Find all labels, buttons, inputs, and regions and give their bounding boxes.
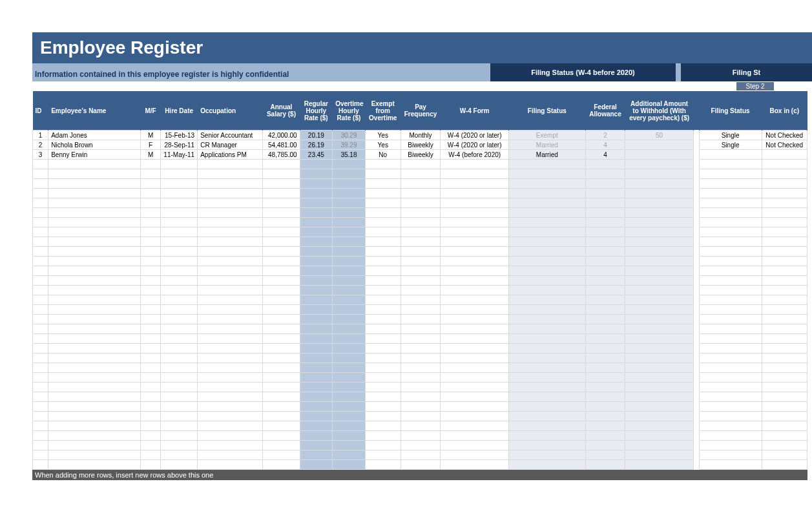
cell[interactable] [441,315,509,324]
cell[interactable] [141,227,161,237]
cell[interactable] [300,257,333,266]
cell[interactable] [300,460,333,470]
cell[interactable] [762,189,807,198]
cell[interactable] [160,237,197,247]
cell[interactable] [33,276,48,286]
cell[interactable] [333,402,366,412]
cell[interactable] [365,392,401,402]
cell[interactable] [48,276,141,286]
cell[interactable] [263,160,300,169]
cell[interactable]: Yes [365,131,401,140]
cell[interactable] [141,218,161,227]
cell[interactable] [333,169,366,179]
cell[interactable]: 39.29 [333,140,366,150]
cell[interactable] [365,169,401,179]
cell[interactable] [33,179,48,189]
cell[interactable] [333,237,366,247]
cell[interactable] [33,383,48,392]
cell[interactable] [333,247,366,257]
cell[interactable] [441,412,509,421]
cell[interactable] [33,421,48,431]
cell[interactable] [762,344,807,353]
cell[interactable] [198,257,263,266]
cell[interactable] [625,441,694,450]
cell[interactable] [160,460,197,470]
cell[interactable] [48,315,141,324]
cell[interactable] [333,421,366,431]
cell[interactable] [441,189,509,198]
cell[interactable] [762,441,807,450]
cell[interactable] [508,198,585,208]
cell[interactable] [333,295,366,305]
cell[interactable] [699,324,762,334]
cell[interactable] [141,383,161,392]
cell[interactable]: 28-Sep-11 [160,140,197,150]
cell[interactable] [441,218,509,227]
cell[interactable] [263,276,300,286]
cell[interactable] [300,373,333,383]
cell[interactable] [625,392,694,402]
cell[interactable] [441,450,509,460]
cell[interactable] [508,392,585,402]
cell[interactable] [585,353,625,363]
cell[interactable] [365,402,401,412]
cell[interactable] [48,431,141,441]
cell[interactable] [141,198,161,208]
cell[interactable] [401,160,441,169]
cell[interactable]: 20.19 [300,131,333,140]
cell[interactable] [699,392,762,402]
cell[interactable] [625,227,694,237]
cell[interactable] [33,160,48,169]
cell[interactable] [401,247,441,257]
cell[interactable]: 35.18 [333,150,366,160]
cell[interactable] [625,383,694,392]
cell[interactable] [762,150,807,160]
cell[interactable] [198,208,263,218]
cell[interactable] [300,208,333,218]
cell[interactable] [263,334,300,344]
cell[interactable] [198,315,263,324]
cell[interactable]: 4 [585,140,625,150]
cell[interactable] [762,227,807,237]
cell[interactable] [48,373,141,383]
cell[interactable] [160,353,197,363]
cell[interactable] [441,237,509,247]
cell[interactable]: 54,481.00 [263,140,300,150]
cell[interactable] [33,208,48,218]
cell[interactable] [300,344,333,353]
col-federal-allowance[interactable]: Federal Allowance [585,91,625,131]
cell[interactable] [699,431,762,441]
cell[interactable] [141,450,161,460]
cell[interactable] [33,295,48,305]
cell[interactable] [625,150,694,160]
cell[interactable] [699,421,762,431]
cell[interactable] [401,227,441,237]
cell[interactable] [585,257,625,266]
cell[interactable]: 3 [33,150,48,160]
cell[interactable] [699,450,762,460]
cell[interactable] [508,257,585,266]
cell[interactable] [300,160,333,169]
cell[interactable] [762,276,807,286]
cell[interactable]: CR Manager [198,140,263,150]
cell[interactable] [585,373,625,383]
col-filing-status-2[interactable]: Filing Status [699,91,762,131]
cell[interactable] [160,334,197,344]
cell[interactable] [198,412,263,421]
cell[interactable] [508,169,585,179]
cell[interactable] [699,305,762,315]
cell[interactable] [625,334,694,344]
cell[interactable] [625,140,694,150]
cell[interactable] [762,460,807,470]
cell[interactable] [263,315,300,324]
cell[interactable] [625,373,694,383]
cell[interactable] [441,266,509,276]
cell[interactable] [585,450,625,460]
cell[interactable] [699,344,762,353]
cell[interactable] [33,441,48,450]
cell[interactable] [160,198,197,208]
cell[interactable] [300,179,333,189]
cell[interactable] [508,334,585,344]
cell[interactable] [160,160,197,169]
col-id[interactable]: ID [33,91,48,131]
